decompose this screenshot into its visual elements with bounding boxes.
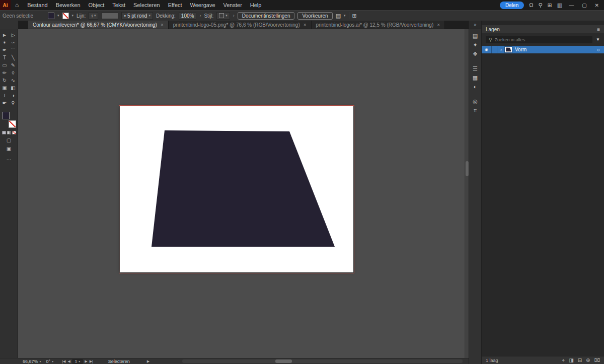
horizontal-scrollbar[interactable] <box>182 359 463 363</box>
maximize-button[interactable]: ▢ <box>580 3 588 8</box>
locate-object-icon[interactable]: ⌖ <box>562 357 565 363</box>
opacity-flyout-icon[interactable]: › <box>199 13 201 18</box>
illustrator-logo-icon[interactable]: Ai <box>0 0 11 10</box>
previous-artboard-button[interactable]: ◀ <box>67 359 70 363</box>
pencil-tool[interactable]: ✏ <box>1 69 9 77</box>
menu-item[interactable]: Object <box>85 0 109 10</box>
brushes-panel-icon[interactable]: ❖ <box>469 49 482 58</box>
curvature-tool[interactable]: ⌒ <box>9 46 18 54</box>
filter-icon[interactable]: ▼ <box>596 37 600 42</box>
gradient-mode-icon[interactable] <box>7 131 11 134</box>
line-tool[interactable]: ╲ <box>9 54 18 61</box>
rotation-dropdown[interactable]: 0° ▾ <box>45 359 55 364</box>
visibility-eye-icon[interactable]: ◉ <box>482 46 492 53</box>
pen-tool[interactable]: ✒ <box>1 46 9 54</box>
menu-item[interactable]: Bestand <box>23 0 51 10</box>
first-artboard-button[interactable]: |◀ <box>62 359 65 363</box>
expand-panels-icon[interactable]: » <box>469 21 481 29</box>
opacity-field[interactable]: 100% <box>179 12 197 20</box>
next-artboard-button[interactable]: ▶ <box>85 359 87 363</box>
more-options-dropdown-icon[interactable]: ▾ <box>344 14 346 18</box>
menu-item[interactable]: Venster <box>219 0 246 10</box>
last-artboard-button[interactable]: ▶| <box>90 359 93 363</box>
direct-selection-tool[interactable]: ▷ <box>9 31 18 39</box>
delete-layer-icon[interactable]: ⌧ <box>594 357 600 363</box>
swatches-panel-icon[interactable]: ▦ <box>469 73 482 82</box>
draw-behind-icon[interactable]: ▣ <box>7 146 11 152</box>
layers-search-input[interactable] <box>495 37 589 42</box>
eyedropper-tool[interactable]: ≀ <box>1 92 9 99</box>
more-options-icon[interactable]: ▤ <box>336 13 341 19</box>
stepper-icon[interactable]: ▴▾ <box>91 14 93 18</box>
rotation-dropdown-icon[interactable]: ▾ <box>52 359 53 363</box>
stroke-width-field[interactable]: ▴▾ ▾ <box>89 12 98 20</box>
document-settings-button[interactable]: Documentinstellingen <box>238 12 295 20</box>
selection-tool[interactable]: ► <box>1 31 9 39</box>
toolbar-stroke-swatch[interactable] <box>9 120 16 128</box>
layers-search-box[interactable]: ⚲ <box>486 36 592 43</box>
width-tool[interactable]: ∿ <box>9 77 18 84</box>
artboard-dropdown-icon[interactable]: ▾ <box>79 359 80 363</box>
brush-dropdown-icon[interactable]: ▾ <box>148 14 150 18</box>
hand-tool[interactable]: ☛ <box>1 99 9 107</box>
document-tab[interactable]: printenbind-logos.ai* @ 12,5 % (RGB/Voor… <box>312 21 445 29</box>
style-dropdown-icon[interactable]: ▾ <box>225 14 228 18</box>
draw-normal-icon[interactable]: ▢ <box>7 137 11 143</box>
horizontal-scrollbar-thumb[interactable] <box>275 359 292 363</box>
expand-layer-icon[interactable]: › <box>497 47 505 52</box>
brush-definition-dropdown[interactable]: • 5 pt rond ▾ <box>121 12 153 20</box>
shape-builder-tool[interactable]: ▣ <box>1 84 9 92</box>
style-dropdown[interactable]: ▾ <box>216 12 230 20</box>
menu-item[interactable]: Selecteren <box>129 0 164 10</box>
lasso-tool[interactable]: ∽ <box>9 39 18 46</box>
gradient-tool[interactable]: ◧ <box>9 84 18 92</box>
menu-item[interactable]: Help <box>246 0 266 10</box>
none-mode-icon[interactable] <box>12 131 16 134</box>
minimize-button[interactable]: — <box>567 3 575 8</box>
type-tool[interactable]: T <box>1 54 9 61</box>
workspace-switcher-icon[interactable]: ⊞ <box>548 2 552 9</box>
transparency-panel-icon[interactable]: ◐ <box>469 82 482 91</box>
fill-dropdown-icon[interactable]: ▾ <box>57 14 59 18</box>
blend-tool[interactable]: ◑ <box>9 92 18 99</box>
zoom-dropdown-icon[interactable]: ▾ <box>40 359 41 363</box>
new-layer-icon[interactable]: ⊕ <box>586 357 590 363</box>
share-button[interactable]: Delen <box>500 2 524 9</box>
toolbar-fill-swatch[interactable] <box>2 112 10 119</box>
asset-export-panel-icon[interactable]: ⌗ <box>469 106 482 115</box>
new-sublayer-icon[interactable]: ⊟ <box>578 357 582 363</box>
artboard[interactable] <box>120 106 353 272</box>
document-tab[interactable]: Contour aanleveren* @ 66,67 % (CMYK/Voor… <box>28 21 169 29</box>
zoom-tool[interactable]: ⚲ <box>9 99 18 107</box>
rectangle-tool[interactable]: ▭ <box>1 61 9 69</box>
stroke-panel-icon[interactable]: ☰ <box>469 64 482 73</box>
stroke-color-swatch[interactable] <box>62 13 69 19</box>
menu-item[interactable]: Bewerken <box>52 0 85 10</box>
panel-menu-icon[interactable]: ≡ <box>597 27 600 32</box>
menu-item[interactable]: Weergave <box>186 0 219 10</box>
eraser-tool[interactable]: ◊ <box>9 69 18 77</box>
close-button[interactable]: ✕ <box>593 3 600 8</box>
symbols-panel-icon[interactable]: ◎ <box>469 97 482 106</box>
artboards-panel-icon[interactable]: ▤ <box>469 31 482 40</box>
stroke-width-dropdown-icon[interactable]: ▾ <box>94 14 96 18</box>
arrange-documents-icon[interactable]: ⊞ <box>352 13 357 19</box>
notifications-bell-icon[interactable]: Ω <box>529 2 533 8</box>
artboard-number-field[interactable]: 1 ▾ <box>72 359 83 364</box>
canvas-area[interactable] <box>18 29 469 358</box>
document-layout-icon[interactable]: ▥ <box>557 2 562 9</box>
tab-close-icon[interactable]: × <box>304 22 307 28</box>
vertical-scrollbar[interactable] <box>465 29 469 358</box>
zoom-level-dropdown[interactable]: 66,67% ▾ <box>21 359 43 364</box>
lock-cell[interactable] <box>492 46 497 53</box>
status-flyout-icon[interactable]: ▶ <box>147 359 149 363</box>
menu-item[interactable]: Effect <box>164 0 186 10</box>
trapezoid-shape[interactable] <box>152 130 335 247</box>
width-profile-dropdown[interactable] <box>101 13 118 19</box>
edit-toolbar-icon[interactable]: … <box>7 156 12 161</box>
make-clip-mask-icon[interactable]: ◨ <box>569 357 573 363</box>
stroke-dropdown-icon[interactable]: ▾ <box>72 14 74 18</box>
color-mode-icon[interactable] <box>2 131 6 134</box>
magic-wand-tool[interactable]: ✶ <box>1 39 9 46</box>
rotate-tool[interactable]: ↻ <box>1 77 9 84</box>
